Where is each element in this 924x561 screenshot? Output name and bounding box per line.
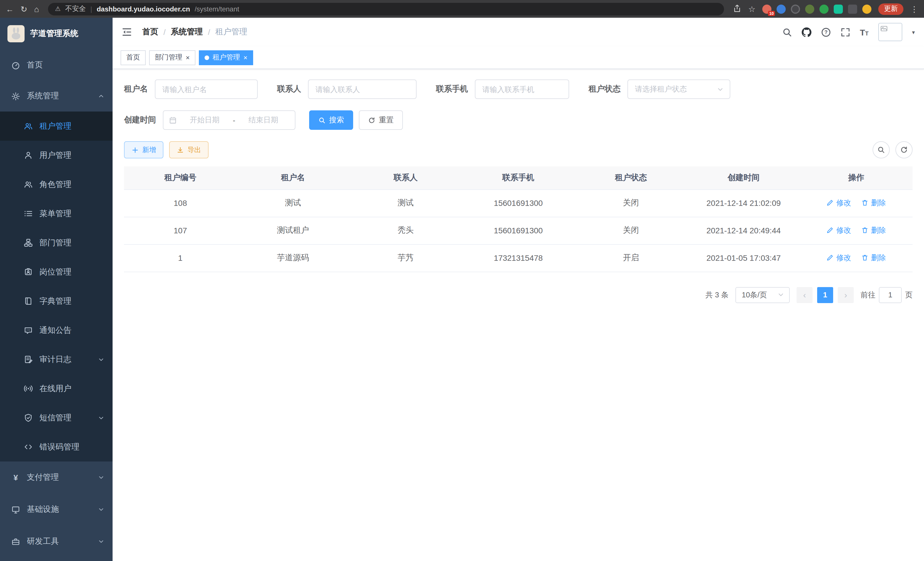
filter-status: 租户状态 请选择租户状态 bbox=[589, 80, 730, 99]
font-size-icon[interactable]: TT bbox=[860, 27, 868, 37]
user-avatar[interactable] bbox=[878, 23, 902, 41]
sidebar-item-error-code[interactable]: 错误码管理 bbox=[0, 432, 112, 462]
sidebar-item-infrastructure[interactable]: 基础设施 bbox=[0, 493, 112, 526]
sidebar-item-dict[interactable]: 字典管理 bbox=[0, 287, 112, 316]
bookmark-star-icon[interactable]: ☆ bbox=[748, 5, 755, 13]
tab-close-icon[interactable]: × bbox=[243, 53, 248, 62]
search-toggle-button[interactable] bbox=[873, 141, 890, 158]
sidebar-item-audit-log[interactable]: 审计日志 bbox=[0, 345, 112, 374]
sidebar-item-notice[interactable]: 通知公告 bbox=[0, 316, 112, 345]
sidebar-item-role[interactable]: 角色管理 bbox=[0, 170, 112, 199]
online-users-icon bbox=[24, 384, 33, 393]
export-button[interactable]: 导出 bbox=[169, 141, 208, 158]
add-button[interactable]: 新增 bbox=[124, 141, 164, 158]
avatar-caret-icon[interactable]: ▾ bbox=[912, 29, 915, 35]
sidebar-item-dept[interactable]: 部门管理 bbox=[0, 228, 112, 257]
edit-link[interactable]: 修改 bbox=[826, 225, 851, 236]
sidebar-item-devtools[interactable]: 研发工具 bbox=[0, 526, 112, 558]
url-bar[interactable]: ⚠ 不安全 | dashboard.yudao.iocoder.cn /syst… bbox=[48, 3, 724, 15]
org-tree-icon bbox=[24, 238, 33, 247]
breadcrumb-home[interactable]: 首页 bbox=[142, 27, 158, 37]
help-icon[interactable]: ? bbox=[821, 27, 831, 37]
audit-log-icon bbox=[24, 355, 33, 364]
sidebar-item-post[interactable]: 岗位管理 bbox=[0, 257, 112, 287]
status-select[interactable]: 请选择租户状态 bbox=[627, 80, 730, 99]
edit-link[interactable]: 修改 bbox=[826, 198, 851, 208]
chevron-down-icon bbox=[717, 86, 724, 93]
date-separator: - bbox=[233, 116, 236, 124]
header-search-icon[interactable] bbox=[782, 27, 792, 37]
table-row: 107 测试租户 秃头 15601691300 关闭 2021-12-14 20… bbox=[124, 217, 913, 244]
extension-icon-1[interactable]: 10 bbox=[762, 4, 771, 14]
sidebar-fold-icon[interactable] bbox=[122, 27, 132, 37]
sidebar-item-user[interactable]: 用户管理 bbox=[0, 141, 112, 170]
link-label: 修改 bbox=[836, 253, 851, 263]
delete-link[interactable]: 删除 bbox=[861, 225, 886, 236]
cell-phone: 15601691300 bbox=[462, 189, 574, 217]
sidebar-item-tenant[interactable]: 租户管理 bbox=[0, 111, 112, 141]
security-warning-icon: ⚠ bbox=[55, 5, 61, 13]
security-label[interactable]: 不安全 bbox=[65, 4, 86, 14]
cell-status: 关闭 bbox=[574, 217, 687, 244]
cell-id: 1 bbox=[124, 244, 237, 272]
share-icon[interactable] bbox=[734, 4, 741, 14]
breadcrumb-separator: / bbox=[208, 27, 210, 37]
next-page-button[interactable]: › bbox=[838, 287, 854, 303]
phone-input[interactable] bbox=[475, 80, 569, 99]
tab-dept[interactable]: 部门管理 × bbox=[149, 50, 195, 65]
search-button[interactable]: 搜索 bbox=[309, 110, 353, 130]
cell-contact: 测试 bbox=[350, 189, 462, 217]
edit-link[interactable]: 修改 bbox=[826, 253, 851, 263]
sidebar-item-menu[interactable]: 菜单管理 bbox=[0, 199, 112, 228]
back-icon[interactable]: ← bbox=[6, 5, 14, 13]
toolbar-right bbox=[873, 141, 913, 158]
table-toolbar: 新增 导出 bbox=[124, 141, 913, 158]
extension-icon-5[interactable] bbox=[819, 4, 829, 14]
field-label: 租户名 bbox=[124, 84, 148, 94]
extension-icon-2[interactable] bbox=[777, 4, 786, 14]
chrome-update-button[interactable]: 更新 bbox=[878, 3, 903, 15]
fullscreen-icon[interactable] bbox=[840, 27, 850, 37]
sidebar-item-home[interactable]: 首页 bbox=[0, 50, 112, 81]
goto-page-input[interactable] bbox=[879, 287, 902, 303]
tenant-name-input[interactable] bbox=[155, 80, 258, 99]
logo[interactable]: 芋道管理系统 bbox=[0, 18, 112, 50]
delete-link[interactable]: 删除 bbox=[861, 253, 886, 263]
github-icon[interactable] bbox=[801, 27, 811, 37]
field-label: 联系手机 bbox=[436, 84, 468, 94]
filter-phone: 联系手机 bbox=[436, 80, 569, 99]
page-number-button[interactable]: 1 bbox=[817, 287, 833, 303]
contact-input[interactable] bbox=[308, 80, 417, 99]
delete-link[interactable]: 删除 bbox=[861, 198, 886, 208]
sidebar-item-label: 研发工具 bbox=[27, 536, 59, 547]
sidebar-item-label: 审计日志 bbox=[39, 354, 71, 365]
plus-icon bbox=[131, 146, 139, 153]
extension-icon-4[interactable] bbox=[805, 4, 814, 14]
prev-page-button[interactable]: ‹ bbox=[796, 287, 813, 303]
cell-id: 108 bbox=[124, 189, 237, 217]
tab-tenant[interactable]: 租户管理 × bbox=[199, 50, 253, 65]
sidebar-item-online-users[interactable]: 在线用户 bbox=[0, 374, 112, 403]
sidebar-item-label: 短信管理 bbox=[39, 413, 71, 423]
browser-home-icon[interactable]: ⌂ bbox=[34, 5, 39, 13]
extension-icon-3[interactable] bbox=[791, 4, 800, 14]
extensions-puzzle-icon[interactable] bbox=[848, 4, 857, 14]
date-range-picker[interactable]: 开始日期 - 结束日期 bbox=[163, 110, 296, 130]
extension-icon-6[interactable] bbox=[834, 4, 843, 14]
reset-button[interactable]: 重置 bbox=[359, 110, 403, 130]
main-area: 首页 / 系统管理 / 租户管理 ? TT ▾ bbox=[112, 18, 924, 561]
sidebar-item-system[interactable]: 系统管理 bbox=[0, 81, 112, 111]
sidebar-item-sms[interactable]: 短信管理 bbox=[0, 403, 112, 432]
tab-home[interactable]: 首页 bbox=[121, 50, 146, 65]
edit-icon bbox=[826, 254, 834, 262]
breadcrumb-system[interactable]: 系统管理 bbox=[171, 27, 203, 37]
profile-avatar-icon[interactable] bbox=[862, 4, 872, 14]
chrome-menu-icon[interactable]: ⋮ bbox=[910, 5, 918, 13]
navbar-actions: ? TT ▾ bbox=[782, 23, 915, 41]
refresh-table-button[interactable] bbox=[896, 141, 913, 158]
reload-icon[interactable]: ↻ bbox=[21, 5, 27, 13]
sidebar-item-payment[interactable]: ¥ 支付管理 bbox=[0, 462, 112, 493]
field-label: 联系人 bbox=[277, 84, 301, 94]
page-size-select[interactable]: 10条/页 bbox=[735, 287, 790, 303]
tab-close-icon[interactable]: × bbox=[186, 53, 190, 62]
